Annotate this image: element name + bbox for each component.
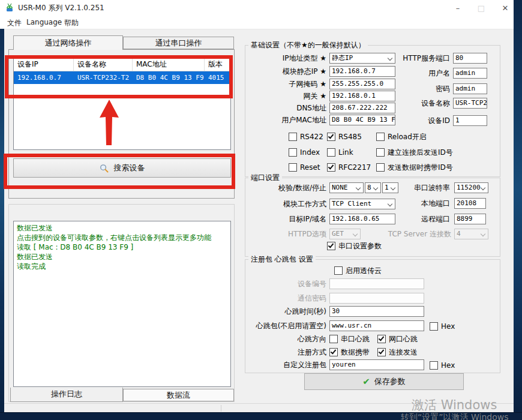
cloud-enable-checkbox[interactable]: 启用透传云 bbox=[334, 266, 382, 275]
custom-register-packet-field[interactable]: youren bbox=[329, 359, 424, 370]
tab-network-operation[interactable]: 通过网络操作 bbox=[13, 35, 123, 50]
serial-heartbeat-checkbox[interactable]: 串口心跳 bbox=[329, 334, 370, 344]
rfc2217-checkbox[interactable]: RFC2217 bbox=[327, 163, 371, 172]
rs422-checkbox[interactable]: RS422 bbox=[289, 132, 323, 142]
register-mode-label: 注册方式 bbox=[241, 347, 326, 358]
index-checkbox[interactable]: Index bbox=[289, 148, 320, 157]
dns-field[interactable]: 208.67.222.222 bbox=[329, 103, 395, 113]
maximize-button[interactable]: □ bbox=[470, 0, 492, 16]
close-button[interactable]: ✕ bbox=[494, 0, 516, 16]
user-mac-field[interactable]: D8 B0 4C B9 13 F9 bbox=[329, 115, 395, 125]
target-ip-field[interactable]: 192.168.0.65 bbox=[329, 214, 395, 224]
checkbox-box bbox=[289, 133, 297, 141]
reload-checkbox[interactable]: Reload开启 bbox=[376, 132, 427, 142]
title-bar: USR-M0 系列 V2.1.0.251 – □ ✕ bbox=[0, 0, 514, 16]
checkbox-box bbox=[430, 361, 438, 370]
username-field[interactable]: admin bbox=[453, 68, 487, 79]
device-id-field[interactable]: 1 bbox=[453, 115, 487, 126]
work-mode-select[interactable]: TCP Client bbox=[329, 199, 395, 209]
checkbox-label: Hex bbox=[441, 322, 455, 331]
work-mode-label: 模块工作方式 bbox=[241, 199, 326, 209]
connect-send-checkbox[interactable]: 连接发送 bbox=[377, 347, 418, 357]
minimize-button[interactable]: – bbox=[447, 0, 469, 16]
net-heartbeat-checkbox[interactable]: 网口心跳 bbox=[377, 334, 418, 344]
target-ip-label: 目标IP/域名 bbox=[241, 214, 326, 224]
status-bar-divider bbox=[221, 405, 221, 412]
send-id-on-connect-checkbox[interactable]: 建立连接后发送ID号 bbox=[376, 148, 453, 157]
gateway-label: 网关 ★ bbox=[241, 91, 326, 101]
checkbox-box bbox=[327, 133, 335, 141]
heartbeat-packet-field[interactable]: www.usr.cn bbox=[329, 320, 424, 331]
tab-serial-operation[interactable]: 通过串口操作 bbox=[123, 37, 234, 49]
rs485-checkbox[interactable]: RS485 bbox=[327, 132, 362, 142]
device-name-label: 设备名称 bbox=[390, 98, 450, 109]
checkbox-label: 连接发送 bbox=[389, 347, 418, 358]
send-id-with-data-checkbox[interactable]: 发送数据时携带ID号 bbox=[376, 163, 453, 172]
static-ip-field[interactable]: 192.168.0.7 bbox=[329, 66, 395, 77]
menu-bar: 文件 Language 帮助 bbox=[0, 16, 514, 29]
checkbox-label: Reset bbox=[300, 163, 320, 172]
log-output[interactable]: 数据已发送 点击搜到的设备可读取参数，右键点击设备列表显示更多功能 读取 [ M… bbox=[13, 221, 231, 387]
local-port-label: 本地端口 bbox=[390, 198, 450, 209]
local-port-field[interactable]: 20108 bbox=[454, 198, 486, 209]
password-label: 密码 bbox=[390, 83, 450, 94]
data-carry-checkbox[interactable]: 数据携带 bbox=[329, 347, 370, 357]
tab-data-stream[interactable]: 数据流 bbox=[123, 389, 234, 401]
device-name-field[interactable]: USR-TCP23 bbox=[453, 98, 487, 109]
baud-rate-select[interactable]: 115200 bbox=[454, 182, 488, 193]
menu-item-help[interactable]: 帮助 bbox=[62, 17, 81, 29]
custom-hex-checkbox[interactable]: Hex bbox=[430, 361, 455, 370]
port-settings-title: 端口设置 bbox=[248, 173, 282, 183]
link-checkbox[interactable]: Link bbox=[327, 148, 353, 157]
remote-port-label: 远程端口 bbox=[390, 214, 450, 224]
checkbox-label: RFC2217 bbox=[338, 163, 371, 172]
http-port-label: HTTP服务端口 bbox=[390, 53, 450, 64]
desktop-background: USR-M0 系列 V2.1.0.251 – □ ✕ 文件 Language 帮… bbox=[0, 0, 522, 420]
checkbox-label: Hex bbox=[441, 361, 455, 370]
checkbox-label: 启用透传云 bbox=[346, 266, 382, 276]
checkbox-box bbox=[327, 242, 335, 250]
checkbox-label: 发送数据时携带ID号 bbox=[388, 163, 453, 173]
gateway-field[interactable]: 192.168.0.1 bbox=[329, 91, 395, 101]
parity-data-stop-label: 校验/数据/停止 bbox=[241, 182, 326, 193]
custom-register-packet-label: 自定义注册包 bbox=[241, 359, 326, 370]
annotation-arrow-up bbox=[98, 100, 121, 146]
checkbox-box bbox=[329, 335, 338, 343]
log-line: 点击搜到的设备可读取参数，右键点击设备列表显示更多功能 bbox=[17, 233, 227, 242]
menu-item-language[interactable]: Language bbox=[24, 17, 64, 28]
app-icon bbox=[5, 3, 14, 13]
save-params-button[interactable]: ✔ 保存参数 bbox=[304, 373, 464, 390]
comm-password-field bbox=[329, 293, 424, 304]
password-field[interactable]: admin bbox=[453, 83, 487, 94]
user-mac-label: 用户MAC地址 bbox=[241, 115, 326, 125]
device-id-label: 设备ID bbox=[390, 115, 450, 126]
parity-select[interactable]: NONE bbox=[329, 182, 364, 193]
watermark-activate-windows: 激活 Windows bbox=[412, 397, 497, 413]
checkbox-box bbox=[329, 348, 338, 356]
http-port-field[interactable]: 80 bbox=[453, 53, 487, 64]
log-line: 数据已发送 bbox=[17, 252, 227, 262]
data-bits-select[interactable]: 8 bbox=[365, 182, 381, 193]
tcp-server-connections-select: 4 bbox=[454, 229, 488, 239]
remote-port-field[interactable]: 8899 bbox=[454, 214, 486, 224]
subnet-mask-field[interactable]: 255.255.255.0 bbox=[329, 79, 395, 89]
checkbox-box bbox=[327, 148, 335, 157]
checkbox-label: 网口心跳 bbox=[389, 334, 418, 344]
checkbox-box bbox=[377, 348, 386, 356]
serial-params-checkbox[interactable]: 串口设置参数 bbox=[327, 241, 382, 251]
log-line: 读取 [ Mac : D8 B0 4C B9 13 F9 ] bbox=[17, 242, 227, 252]
reset-checkbox[interactable]: Reset bbox=[289, 163, 320, 172]
basic-settings-title: 基础设置（不带★的一般保持默认） bbox=[248, 40, 368, 50]
tcp-server-connections-label: TCP Server 连接数 bbox=[364, 229, 451, 239]
heartbeat-time-field[interactable]: 30 bbox=[329, 306, 424, 317]
ip-type-select[interactable]: 静态IP bbox=[329, 53, 395, 64]
heartbeat-time-label: 心跳时间(秒) bbox=[241, 306, 326, 317]
heartbeat-hex-checkbox[interactable]: Hex bbox=[430, 322, 455, 331]
menu-item-file[interactable]: 文件 bbox=[5, 17, 24, 29]
comm-password-label: 通信密码 bbox=[241, 293, 326, 304]
tab-operation-log[interactable]: 操作日志 bbox=[10, 388, 123, 402]
checkbox-box bbox=[289, 163, 297, 172]
checkbox-box bbox=[327, 163, 335, 172]
desktop-edge-left bbox=[0, 29, 4, 412]
checkbox-box bbox=[430, 322, 438, 331]
